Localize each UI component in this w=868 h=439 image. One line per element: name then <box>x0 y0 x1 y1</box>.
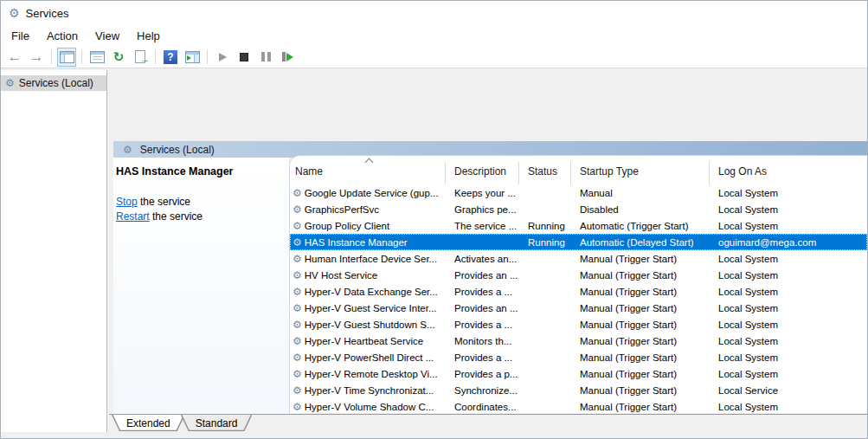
menu-action[interactable]: Action <box>38 27 87 45</box>
table-row[interactable]: ⚙Hyper-V Heartbeat ServiceMonitors th...… <box>290 332 867 349</box>
service-rows: ⚙Google Update Service (gup...Keeps your… <box>290 184 867 413</box>
cell-logon: Local System <box>710 204 867 215</box>
column-header-startup-type[interactable]: Startup Type <box>571 162 710 184</box>
table-row[interactable]: ⚙Hyper-V Time Synchronizat...Synchronize… <box>290 382 867 398</box>
cell-desc: Monitors th... <box>446 336 519 346</box>
tree-item-services-local[interactable]: ⚙ Services (Local) <box>1 75 106 91</box>
forward-icon[interactable]: → <box>27 48 46 67</box>
cell-desc: Provides a ... <box>446 287 519 297</box>
table-row[interactable]: ⚙Hyper-V Remote Desktop Vi...Provides a … <box>290 365 867 382</box>
service-name-label: GraphicsPerfSvc <box>305 204 379 215</box>
table-row[interactable]: ⚙GraphicsPerfSvcGraphics pe...DisabledLo… <box>290 201 867 217</box>
extended-view-pane: HAS Instance Manager Stop the service Re… <box>113 158 289 415</box>
menu-help[interactable]: Help <box>128 27 169 45</box>
cell-name: ⚙Google Update Service (gup... <box>290 188 446 198</box>
cell-startup: Manual (Trigger Start) <box>571 320 710 330</box>
stop-service-link[interactable]: Stop <box>116 196 138 208</box>
menu-bar: File Action View Help <box>1 25 867 46</box>
table-row[interactable]: ⚙Hyper-V Guest Service Inter...Provides … <box>290 300 867 316</box>
stop-service-line: Stop the service <box>116 195 289 210</box>
service-gear-icon: ⚙ <box>293 254 302 264</box>
stop-service-icon[interactable] <box>235 48 254 67</box>
cell-startup: Manual <box>571 188 710 198</box>
show-action-pane-icon[interactable] <box>183 48 202 67</box>
menu-file[interactable]: File <box>3 27 38 45</box>
table-row[interactable]: ⚙Hyper-V Volume Shadow C...Coordinates..… <box>290 398 867 413</box>
service-name-label: Hyper-V Heartbeat Service <box>305 336 423 346</box>
menu-view[interactable]: View <box>87 27 128 45</box>
table-row[interactable]: ⚙Google Update Service (gup...Keeps your… <box>290 184 867 201</box>
service-name-label: Hyper-V Guest Service Inter... <box>305 303 437 313</box>
service-name-label: HV Host Service <box>305 270 377 281</box>
refresh-icon[interactable]: ↻ <box>109 48 128 67</box>
cell-desc: Activates an... <box>446 254 519 264</box>
service-actions: Stop the service Restart the service <box>116 195 289 224</box>
cell-name: ⚙Hyper-V Time Synchronizat... <box>290 385 446 396</box>
service-gear-icon: ⚙ <box>293 237 302 248</box>
table-row[interactable]: ⚙Hyper-V Guest Shutdown S...Provides a .… <box>290 316 867 332</box>
services-app-icon: ⚙ <box>9 7 20 19</box>
cell-logon: Local System <box>710 270 867 281</box>
window-title: Services <box>26 7 69 20</box>
service-gear-icon: ⚙ <box>293 369 302 379</box>
service-gear-icon: ⚙ <box>293 385 302 396</box>
table-row[interactable]: ⚙HAS Instance ManagerRunningAutomatic (D… <box>290 234 867 250</box>
cell-startup: Manual (Trigger Start) <box>571 254 710 264</box>
services-list: Name Description Status Startup Type Log… <box>289 155 867 413</box>
cell-name: ⚙GraphicsPerfSvc <box>290 204 446 215</box>
back-icon[interactable]: ← <box>5 48 24 67</box>
table-row[interactable]: ⚙Hyper-V Data Exchange Ser...Provides a … <box>290 283 867 300</box>
service-name-label: Hyper-V PowerShell Direct ... <box>305 352 434 363</box>
services-gear-icon: ⚙ <box>123 145 132 155</box>
restart-service-line: Restart the service <box>116 210 289 224</box>
cell-logon: Local System <box>710 303 867 313</box>
cell-desc: Provides a p... <box>446 369 519 379</box>
cell-startup: Manual (Trigger Start) <box>571 303 710 313</box>
service-gear-icon: ⚙ <box>293 303 302 313</box>
service-name-label: Group Policy Client <box>305 221 389 231</box>
tab-standard[interactable]: Standard <box>181 415 253 431</box>
help-icon[interactable]: ? <box>161 48 180 67</box>
service-name-label: Hyper-V Volume Shadow C... <box>305 402 434 412</box>
properties-icon[interactable] <box>87 48 106 67</box>
cell-logon: Local System <box>710 254 867 264</box>
table-row[interactable]: ⚙Group Policy ClientThe service ...Runni… <box>290 217 867 234</box>
pause-service-icon[interactable] <box>256 48 275 67</box>
cell-name: ⚙Group Policy Client <box>290 221 446 231</box>
tree-item-label: Services (Local) <box>19 77 93 89</box>
cell-status: Running <box>519 221 571 231</box>
stop-service-suffix: the service <box>138 196 190 208</box>
cell-startup: Manual (Trigger Start) <box>571 385 710 396</box>
column-header-log-on-as[interactable]: Log On As <box>710 162 867 184</box>
table-row[interactable]: ⚙Hyper-V PowerShell Direct ...Provides a… <box>290 349 867 365</box>
services-gear-icon: ⚙ <box>5 78 15 88</box>
cell-name: ⚙Hyper-V Guest Shutdown S... <box>290 320 446 330</box>
cell-startup: Manual (Trigger Start) <box>571 352 710 363</box>
column-header-description[interactable]: Description <box>446 162 519 184</box>
title-bar: ⚙ Services <box>1 1 867 25</box>
toolbar-separator <box>51 49 52 64</box>
cell-logon: Local System <box>710 336 867 346</box>
cell-desc: Graphics pe... <box>446 204 519 215</box>
cell-logon: oguimard@mega.com <box>710 237 867 248</box>
restart-service-icon[interactable] <box>278 48 297 67</box>
restart-service-link[interactable]: Restart <box>116 210 150 223</box>
export-list-icon[interactable]: → <box>131 48 150 67</box>
show-console-tree-icon[interactable] <box>57 48 76 67</box>
cell-desc: Provides a ... <box>446 352 519 363</box>
table-row[interactable]: ⚙Human Interface Device Ser...Activates … <box>290 250 867 267</box>
cell-name: ⚙Hyper-V PowerShell Direct ... <box>290 352 446 363</box>
tab-extended[interactable]: Extended <box>112 415 185 431</box>
start-service-icon[interactable] <box>213 48 232 67</box>
cell-desc: The service ... <box>446 221 519 231</box>
cell-startup: Manual (Trigger Start) <box>571 270 710 281</box>
column-header-status[interactable]: Status <box>519 162 571 184</box>
service-name-label: Google Update Service (gup... <box>305 188 439 198</box>
toolbar: ← → ↻ → ? <box>1 46 867 68</box>
list-header: Name Description Status Startup Type Log… <box>290 156 867 184</box>
restart-service-suffix: the service <box>150 210 203 223</box>
table-row[interactable]: ⚙HV Host ServiceProvides an ...Manual (T… <box>290 267 867 283</box>
console-tree-panel: ⚙ Services (Local) <box>1 70 107 436</box>
band-title: Services (Local) <box>140 144 215 156</box>
toolbar-separator <box>207 49 208 64</box>
